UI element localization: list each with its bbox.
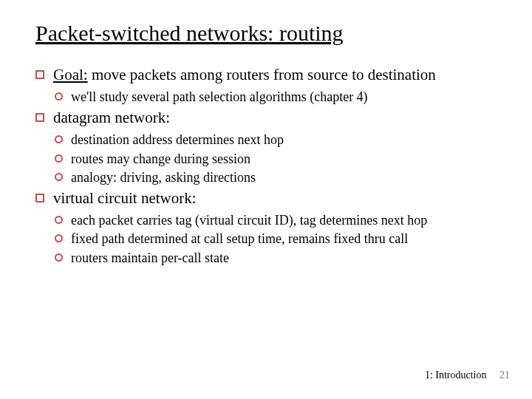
footer-section: 1: Introduction — [425, 369, 487, 381]
slide: Packet-switched networks: routing Goal: … — [0, 0, 532, 266]
sub-bullet: each packet carries tag (virtual circuit… — [55, 212, 497, 229]
sub-bullet: analogy: driving, asking directions — [55, 169, 497, 186]
slide-footer: 1: Introduction 21 — [425, 369, 510, 381]
sub-bullet: destination address determines next hop — [55, 132, 497, 149]
bullet-goal: Goal: move packets among routers from so… — [35, 65, 497, 84]
goal-label: Goal: — [53, 66, 88, 83]
goal-text: move packets among routers from source t… — [88, 66, 436, 83]
sub-bullet: routes may change during session — [55, 151, 497, 168]
sub-bullet: routers maintain per-call state — [55, 250, 497, 267]
sub-bullet: we'll study several path selection algor… — [55, 89, 497, 106]
footer-page: 21 — [499, 369, 510, 381]
sub-bullet: fixed path determined at call setup time… — [55, 231, 497, 248]
page-title: Packet-switched networks: routing — [35, 21, 497, 46]
bullet-vc: virtual circuit network: — [35, 188, 497, 208]
bullet-datagram: datagram network: — [35, 108, 497, 127]
